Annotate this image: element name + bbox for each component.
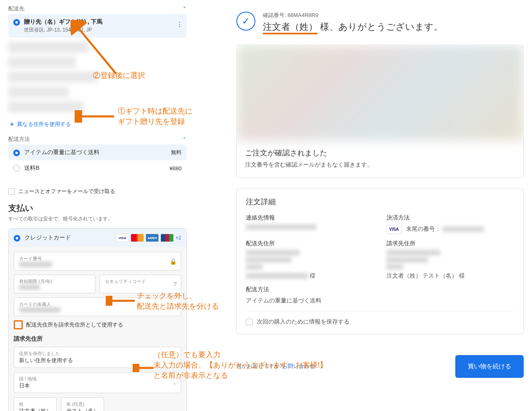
- save-info-checkbox-row[interactable]: 次回の購入のために情報を保存する: [246, 318, 514, 326]
- visa-icon: VISA: [386, 225, 402, 234]
- ship-a-label: アイテムの重量に基づく送料: [24, 149, 100, 156]
- order-confirmed-card: ご注文が確認されました 注文番号を含む確認メールがまもなく届きます。: [236, 45, 524, 178]
- card-number-field[interactable]: カード番号 🔒: [14, 252, 181, 271]
- radio-empty-icon: [13, 165, 20, 172]
- bill-addr-label: 請求先住所: [386, 240, 515, 247]
- pay-method-value: VISA 末尾の番号：: [386, 224, 515, 234]
- kebab-menu-icon[interactable]: ⋯: [176, 21, 184, 27]
- ship-a-price: 無料: [171, 149, 182, 156]
- card-logos: VISA AMEX +2: [116, 234, 181, 242]
- expiry-field[interactable]: 有効期限 (月/年): [14, 275, 95, 293]
- confirmation-number: 確認番号: 88MA4R8R9: [263, 12, 443, 19]
- chevron-up-icon[interactable]: ⌃: [182, 136, 187, 142]
- ship-method-val: アイテムの重量に基づく送料: [246, 296, 514, 305]
- radio-selected-icon: [13, 150, 20, 156]
- visa-icon: VISA: [116, 234, 129, 242]
- checkbox-icon[interactable]: [8, 188, 15, 195]
- billing-name: 注文者（姓） テスト（名） 様: [386, 271, 515, 280]
- add-address-label: 異なる住所を使用する: [17, 121, 71, 128]
- amex-icon: AMEX: [146, 234, 159, 242]
- more-cards[interactable]: +2: [175, 235, 181, 241]
- confirmed-title: ご注文が確認されました: [245, 148, 515, 158]
- svg-line-1: [77, 26, 116, 74]
- given-name-field[interactable]: 名 (任意) テスト（名）: [61, 397, 104, 411]
- lock-icon: 🔒: [170, 258, 177, 265]
- arrow-icon: [133, 364, 155, 372]
- ship-b-price: ¥880: [170, 165, 182, 172]
- order-details-card: 注文詳細 連絡先情報 決済方法 VISA 末尾の番号： 配送先住所: [236, 188, 524, 334]
- jcb-icon: [160, 234, 174, 242]
- shipping-dest-label: 配送先: [8, 5, 24, 12]
- shipping-option-a[interactable]: アイテムの重量に基づく送料 無料: [8, 145, 187, 160]
- check-circle-icon: ✓: [236, 12, 255, 31]
- chevron-up-icon[interactable]: ⌃: [182, 6, 187, 12]
- newsletter-checkbox-row[interactable]: ニュースとオファーをメールで受け取る: [8, 188, 187, 195]
- payment-title: 支払い: [8, 203, 187, 214]
- continue-shopping-button[interactable]: 買い物を続ける: [455, 355, 524, 378]
- arrow-icon: [70, 20, 124, 78]
- annotation-1: ②登録後に選択: [93, 70, 145, 81]
- checkbox-icon[interactable]: [246, 319, 253, 325]
- confirmed-sub: 注文番号を含む確認メールがまもなく届きます。: [245, 161, 515, 169]
- plus-icon: +: [10, 121, 14, 128]
- arrow-icon: [75, 110, 116, 123]
- blurred-address: [8, 57, 76, 68]
- thank-you-message: 注文者（姓） 様、ありがとうございます。: [263, 21, 443, 33]
- shipping-dest-header: 配送先 ⌃: [8, 3, 187, 14]
- shipping-option-b[interactable]: 送料B ¥880: [8, 160, 187, 176]
- radio-selected-icon: [14, 235, 20, 242]
- newsletter-label: ニュースとオファーをメールで受け取る: [18, 188, 115, 195]
- mastercard-icon: [131, 234, 144, 242]
- annotation-2: ①ギフト時は配送先にギフト贈り先を登録: [118, 106, 192, 127]
- ship-method-label-detail: 配送方法: [246, 286, 514, 293]
- arrow-icon: [106, 296, 137, 306]
- order-details-title: 注文詳細: [246, 197, 514, 207]
- surname-field[interactable]: 姓 注文者（姓）: [14, 397, 57, 411]
- confirmation-header: ✓ 確認番号: 88MA4R8R9 注文者（姓） 様、ありがとうございます。: [236, 12, 524, 33]
- annotation-4: （任意）でも要入力未入力の場合、【ありがとうございます。お客様!】と名前が非表示…: [153, 350, 327, 381]
- radio-selected-icon[interactable]: [13, 19, 20, 26]
- payment-subtext: すべての取引は安全で、暗号化されています。: [8, 215, 187, 222]
- ship-addr-label: 配送先住所: [246, 240, 374, 247]
- shipping-method-header: 配送方法 ⌃: [8, 134, 187, 145]
- blurred-address: [8, 87, 69, 97]
- checkbox-highlighted-icon[interactable]: [14, 320, 23, 329]
- help-icon[interactable]: ?: [173, 281, 177, 288]
- shipping-method-label: 配送方法: [8, 135, 30, 143]
- pay-method-label: 決済方法: [386, 214, 515, 222]
- cc-label: クレジットカード: [24, 234, 71, 242]
- use-shipping-as-billing-checkbox[interactable]: 配送先住所を請求先住所として使用する: [14, 320, 181, 329]
- billing-address-title: 請求先住所: [14, 335, 181, 343]
- payment-card: クレジットカード VISA AMEX +2 カード番号 🔒: [8, 228, 187, 411]
- map-blurred: [237, 45, 523, 140]
- contact-label: 連絡先情報: [246, 214, 374, 222]
- ship-b-label: 送料B: [24, 164, 39, 172]
- blurred-address: [8, 102, 83, 112]
- annotation-3: チェックを外し、配送先と請求先を分ける: [137, 291, 219, 312]
- credit-card-option[interactable]: クレジットカード VISA AMEX +2: [9, 229, 186, 247]
